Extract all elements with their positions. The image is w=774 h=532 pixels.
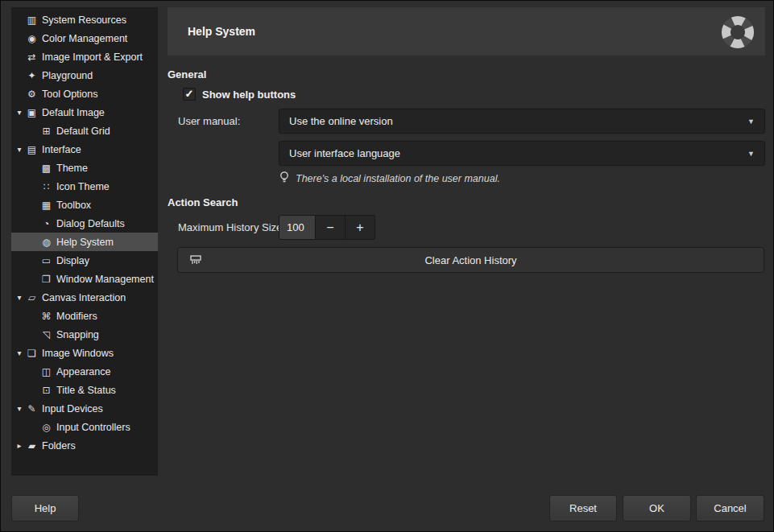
image-windows-icon: ❏	[25, 348, 39, 359]
general-section-title: General	[168, 68, 206, 80]
show-help-buttons-row: ✓ Show help buttons	[183, 88, 296, 101]
sidebar-item-canvas-interaction[interactable]: ▾▱Canvas Interaction	[11, 288, 158, 307]
sidebar-list: ▥System Resources◉Color Management⇄Image…	[11, 10, 158, 455]
clear-action-history-button[interactable]: Clear Action History	[177, 247, 764, 273]
user-manual-label: User manual:	[178, 115, 240, 127]
appearance-icon: ◫	[39, 366, 53, 377]
tool-options-icon: ⚙	[25, 89, 39, 100]
page-title: Help System	[188, 25, 255, 38]
sidebar-item-theme[interactable]: ▩Theme	[11, 159, 158, 177]
sidebar-item-input-devices[interactable]: ▾✎Input Devices	[11, 399, 158, 418]
sidebar-item-label: Icon Theme	[56, 181, 110, 192]
sidebar-item-appearance[interactable]: ◫Appearance	[11, 362, 158, 381]
max-history-size-input[interactable]: 100	[279, 215, 316, 240]
sidebar-item-label: Window Management	[56, 274, 154, 285]
user-manual-dropdown[interactable]: Use the online version ▼	[279, 109, 765, 134]
sidebar-item-default-grid[interactable]: ⊞Default Grid	[11, 122, 158, 140]
sidebar-item-label: Modifiers	[56, 311, 97, 322]
clear-icon	[189, 254, 202, 266]
preferences-dialog: { "icons": { "chevron_down": "▼", "check…	[0, 0, 774, 532]
sidebar-item-label: Appearance	[56, 366, 110, 377]
chevron-down-icon: ▼	[747, 118, 755, 126]
sidebar-item-label: Interface	[42, 144, 81, 155]
sidebar-item-dialog-defaults[interactable]: ◔Dialog Defaults	[11, 214, 158, 233]
input-controllers-icon: ◎	[39, 422, 53, 433]
clear-action-history-label: Clear Action History	[178, 254, 764, 266]
chevron-down-icon[interactable]: ▾	[14, 348, 25, 357]
sidebar-item-display[interactable]: ▭Display	[11, 251, 158, 270]
sidebar-item-label: Help System	[56, 237, 114, 248]
lightbulb-icon	[279, 171, 290, 187]
sidebar-item-label: System Resources	[42, 14, 126, 26]
sidebar-item-system-resources[interactable]: ▥System Resources	[11, 10, 158, 29]
chevron-down-icon[interactable]: ▾	[14, 293, 25, 302]
user-interface-language-dropdown[interactable]: User interface language ▼	[279, 141, 765, 166]
chevron-down-icon[interactable]: ▾	[14, 108, 25, 117]
sidebar-item-label: Display	[56, 255, 89, 266]
preferences-category-tree: ▥System Resources◉Color Management⇄Image…	[11, 7, 158, 476]
chevron-down-icon[interactable]: ▾	[14, 145, 25, 154]
help-system-icon: ◍	[39, 237, 53, 248]
folders-icon: ▰	[25, 440, 39, 452]
sidebar-item-label: Default Grid	[56, 126, 110, 137]
window-management-icon: ❐	[39, 274, 53, 285]
sidebar-item-label: Image Import & Export	[42, 52, 143, 63]
sidebar-item-window-management[interactable]: ❐Window Management	[11, 270, 158, 288]
sidebar-item-label: Image Windows	[42, 348, 114, 359]
increment-button[interactable]: +	[346, 215, 375, 240]
icon-theme-icon: ∷	[39, 181, 53, 192]
default-image-icon: ▣	[25, 107, 39, 118]
sidebar-item-label: Playground	[42, 70, 93, 81]
image-import-export-icon: ⇄	[25, 52, 39, 63]
interface-icon: ▤	[25, 144, 39, 155]
cancel-button[interactable]: Cancel	[696, 495, 764, 522]
check-icon: ✓	[185, 88, 194, 100]
sidebar-item-modifiers[interactable]: ⌘Modifiers	[11, 307, 158, 325]
chevron-down-icon: ▼	[747, 150, 755, 158]
sidebar-item-default-image[interactable]: ▾▣Default Image	[11, 103, 158, 122]
toolbox-icon: ▦	[39, 200, 53, 211]
snapping-icon: ◹	[39, 329, 53, 340]
sidebar-item-label: Title & Status	[56, 385, 116, 396]
help-button[interactable]: Help	[11, 495, 79, 522]
sidebar-item-help-system[interactable]: ◍Help System	[11, 233, 158, 251]
sidebar-item-input-controllers[interactable]: ◎Input Controllers	[11, 418, 158, 436]
action-search-section-title: Action Search	[168, 196, 238, 208]
title-status-icon: ⊡	[39, 385, 53, 396]
sidebar-item-label: Folders	[42, 440, 76, 452]
sidebar-item-image-import-export[interactable]: ⇄Image Import & Export	[11, 47, 158, 66]
page-header: Help System	[168, 7, 765, 56]
show-help-buttons-checkbox[interactable]: ✓	[183, 88, 196, 101]
ok-button[interactable]: OK	[623, 495, 691, 522]
theme-icon: ▩	[39, 163, 53, 174]
cancel-button-label: Cancel	[714, 502, 746, 514]
sidebar-item-interface[interactable]: ▾▤Interface	[11, 140, 158, 159]
sidebar-item-tool-options[interactable]: ⚙Tool Options	[11, 85, 158, 103]
sidebar-item-color-management[interactable]: ◉Color Management	[11, 29, 158, 47]
user-manual-hint-text: There's a local installation of the user…	[296, 173, 500, 184]
sidebar-item-toolbox[interactable]: ▦Toolbox	[11, 196, 158, 214]
sidebar-item-icon-theme[interactable]: ∷Icon Theme	[11, 177, 158, 196]
minus-icon: −	[326, 221, 333, 235]
chevron-right-icon[interactable]: ▸	[14, 441, 25, 450]
sidebar-item-label: Toolbox	[56, 200, 91, 211]
plus-icon: +	[356, 221, 363, 235]
sidebar-item-label: Snapping	[56, 329, 99, 340]
decrement-button[interactable]: −	[316, 215, 346, 240]
sidebar-item-label: Tool Options	[42, 89, 97, 100]
sidebar-item-label: Theme	[56, 163, 88, 174]
language-selected-value: User interface language	[289, 147, 400, 159]
sidebar-item-snapping[interactable]: ◹Snapping	[11, 325, 158, 344]
sidebar-item-title-status[interactable]: ⊡Title & Status	[11, 381, 158, 399]
reset-button[interactable]: Reset	[549, 495, 617, 522]
max-history-size-label: Maximum History Size:	[178, 221, 285, 233]
sidebar-item-playground[interactable]: ✦Playground	[11, 66, 158, 85]
max-history-size-stepper: 100 − +	[279, 215, 375, 240]
sidebar-item-folders[interactable]: ▸▰Folders	[11, 436, 158, 455]
sidebar-item-label: Canvas Interaction	[42, 292, 126, 303]
dialog-defaults-icon: ◔	[39, 218, 53, 229]
sidebar-item-image-windows[interactable]: ▾❏Image Windows	[11, 344, 158, 362]
chevron-down-icon[interactable]: ▾	[14, 404, 25, 413]
system-resources-icon: ▥	[25, 14, 39, 26]
help-system-lifebuoy-icon	[720, 14, 755, 53]
